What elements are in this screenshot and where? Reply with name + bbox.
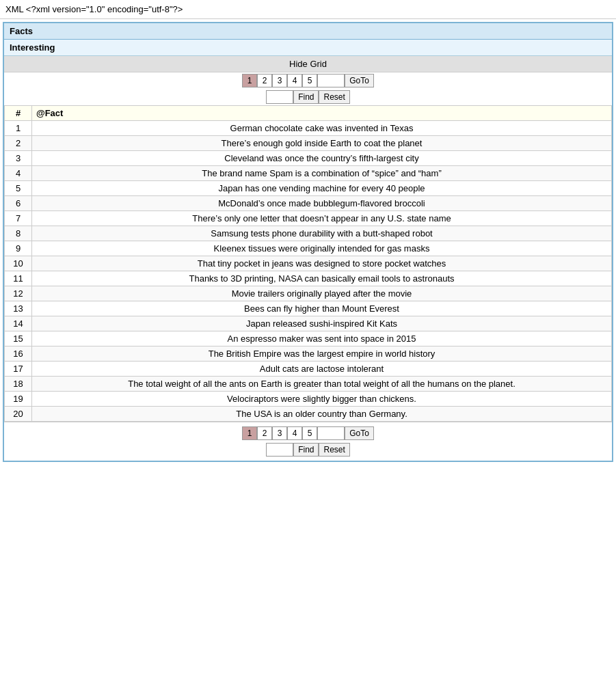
row-id: 14	[5, 316, 32, 331]
table-row: 6McDonald’s once made bubblegum-flavored…	[5, 196, 612, 211]
hide-grid-label: Hide Grid	[289, 59, 327, 69]
top-toolbar: Hide Grid	[4, 56, 612, 72]
table-row: 3Cleveland was once the country’s fifth-…	[5, 151, 612, 166]
row-fact: The British Empire was the largest empir…	[32, 346, 612, 362]
row-id: 18	[5, 377, 32, 392]
row-id: 3	[5, 151, 32, 166]
row-id: 7	[5, 211, 32, 226]
table-row: 9Kleenex tissues were originally intende…	[5, 241, 612, 256]
row-fact: There’s only one letter that doesn’t app…	[32, 211, 612, 226]
bottom-pagination-row: 1 2 3 4 5 GoTo	[4, 425, 612, 441]
page-btn-3-bottom[interactable]: 3	[272, 426, 287, 440]
table-row: 19Velociraptors were slightly bigger tha…	[5, 392, 612, 407]
table-row: 20The USA is an older country than Germa…	[5, 407, 612, 422]
interesting-panel: Interesting Hide Grid 1 2 3 4 5 GoTo Fin…	[4, 40, 612, 461]
row-id: 16	[5, 346, 32, 362]
goto-input-bottom[interactable]	[317, 426, 345, 440]
table-row: 1German chocolate cake was invented in T…	[5, 121, 612, 136]
row-fact: Samsung tests phone durability with a bu…	[32, 226, 612, 241]
table-row: 7There’s only one letter that doesn’t ap…	[5, 211, 612, 226]
page-btn-1-bottom[interactable]: 1	[242, 426, 257, 440]
table-row: 14Japan released sushi-inspired Kit Kats	[5, 316, 612, 331]
goto-input-top[interactable]	[317, 74, 345, 87]
table-row: 15An espresso maker was sent into space …	[5, 331, 612, 346]
row-fact: Adult cats are lactose intolerant	[32, 362, 612, 377]
row-fact: The total weight of all the ants on Eart…	[32, 377, 612, 392]
row-id: 4	[5, 166, 32, 181]
table-row: 16The British Empire was the largest emp…	[5, 346, 612, 362]
xml-header: XML <?xml version="1.0" encoding="utf-8"…	[0, 0, 616, 19]
goto-button-top[interactable]: GoTo	[345, 74, 374, 87]
col-fact: @Fact	[32, 106, 612, 121]
page-btn-3-top[interactable]: 3	[272, 74, 287, 87]
row-id: 17	[5, 362, 32, 377]
row-fact: Movie trailers originally played after t…	[32, 286, 612, 301]
row-id: 19	[5, 392, 32, 407]
row-id: 5	[5, 181, 32, 196]
page-btn-4-top[interactable]: 4	[287, 74, 302, 87]
goto-button-bottom[interactable]: GoTo	[345, 426, 374, 440]
table-row: 13Bees can fly higher than Mount Everest	[5, 301, 612, 316]
row-id: 12	[5, 286, 32, 301]
facts-panel: Facts Interesting Hide Grid 1 2 3 4 5 Go…	[3, 22, 613, 462]
table-row: 10That tiny pocket in jeans was designed…	[5, 256, 612, 271]
row-fact: Velociraptors were slightly bigger than …	[32, 392, 612, 407]
row-fact: The USA is an older country than Germany…	[32, 407, 612, 422]
row-fact: The brand name Spam is a combination of …	[32, 166, 612, 181]
find-button-bottom[interactable]: Find	[293, 443, 319, 457]
page-btn-4-bottom[interactable]: 4	[287, 426, 302, 440]
page-btn-5-bottom[interactable]: 5	[302, 426, 317, 440]
row-id: 10	[5, 256, 32, 271]
row-id: 13	[5, 301, 32, 316]
row-id: 6	[5, 196, 32, 211]
row-fact: German chocolate cake was invented in Te…	[32, 121, 612, 136]
page-btn-2-top[interactable]: 2	[257, 74, 272, 87]
col-hash: #	[5, 106, 32, 121]
row-fact: McDonald’s once made bubblegum-flavored …	[32, 196, 612, 211]
table-row: 5Japan has one vending machine for every…	[5, 181, 612, 196]
row-id: 8	[5, 226, 32, 241]
find-input-top[interactable]	[266, 90, 293, 104]
page-btn-5-top[interactable]: 5	[302, 74, 317, 87]
table-row: 8Samsung tests phone durability with a b…	[5, 226, 612, 241]
row-id: 11	[5, 271, 32, 286]
find-input-bottom[interactable]	[266, 443, 293, 457]
find-button-top[interactable]: Find	[293, 90, 319, 104]
interesting-title: Interesting	[4, 40, 612, 56]
bottom-pagination: 1 2 3 4 5 GoTo Find Reset	[4, 422, 612, 461]
row-id: 2	[5, 136, 32, 151]
reset-button-top[interactable]: Reset	[319, 90, 349, 104]
table-row: 12Movie trailers originally played after…	[5, 286, 612, 301]
facts-table: # @Fact 1German chocolate cake was inven…	[4, 105, 612, 422]
row-fact: That tiny pocket in jeans was designed t…	[32, 256, 612, 271]
row-fact: Japan released sushi-inspired Kit Kats	[32, 316, 612, 331]
row-fact: Kleenex tissues were originally intended…	[32, 241, 612, 256]
row-fact: An espresso maker was sent into space in…	[32, 331, 612, 346]
table-row: 18The total weight of all the ants on Ea…	[5, 377, 612, 392]
facts-title: Facts	[4, 23, 612, 40]
page-btn-2-bottom[interactable]: 2	[257, 426, 272, 440]
table-row: 4The brand name Spam is a combination of…	[5, 166, 612, 181]
row-id: 20	[5, 407, 32, 422]
top-find-reset-row: Find Reset	[4, 89, 612, 105]
row-id: 15	[5, 331, 32, 346]
reset-button-bottom[interactable]: Reset	[319, 443, 349, 457]
row-fact: Japan has one vending machine for every …	[32, 181, 612, 196]
page-btn-1-top[interactable]: 1	[242, 74, 257, 87]
row-fact: Cleveland was once the country’s fifth-l…	[32, 151, 612, 166]
top-pagination-row: 1 2 3 4 5 GoTo	[4, 72, 612, 89]
row-id: 1	[5, 121, 32, 136]
row-fact: Bees can fly higher than Mount Everest	[32, 301, 612, 316]
table-row: 17Adult cats are lactose intolerant	[5, 362, 612, 377]
table-header-row: # @Fact	[5, 106, 612, 121]
table-row: 2There’s enough gold inside Earth to coa…	[5, 136, 612, 151]
row-fact: There’s enough gold inside Earth to coat…	[32, 136, 612, 151]
row-id: 9	[5, 241, 32, 256]
row-fact: Thanks to 3D printing, NASA can basicall…	[32, 271, 612, 286]
table-row: 11Thanks to 3D printing, NASA can basica…	[5, 271, 612, 286]
bottom-find-reset-row: Find Reset	[4, 441, 612, 458]
